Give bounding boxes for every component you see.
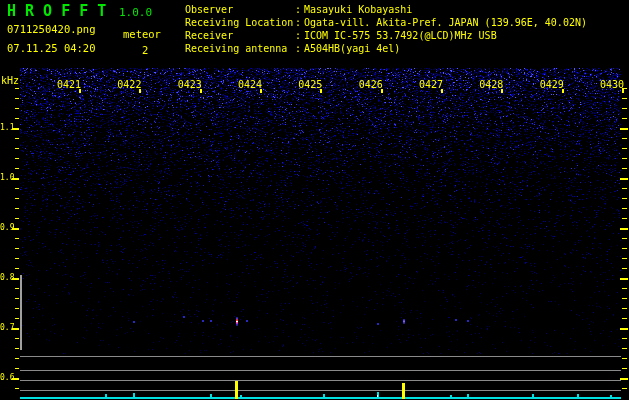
meteor-count: 2 <box>142 44 148 56</box>
info-label: Receiving antenna <box>185 42 295 55</box>
freq-label: 1.1 <box>0 123 13 132</box>
time-label: 0429 <box>540 79 564 90</box>
time-label: 0424 <box>238 79 262 90</box>
spectrogram-canvas <box>0 0 629 400</box>
hrofft-output: H R O F F T 1.0.0 0711250420.png meteor … <box>0 0 629 400</box>
info-value: ICOM IC-575 53.7492(@LCD)MHz USB <box>304 29 497 42</box>
freq-label: 0.8 <box>0 273 13 282</box>
info-value: A504HB(yagi 4el) <box>304 42 400 55</box>
freq-label: 0.9 <box>0 223 13 232</box>
observer-info: Observer:Masayuki KobayashiReceiving Loc… <box>185 3 587 55</box>
freq-label: 1.0 <box>0 173 13 182</box>
time-label: 0423 <box>178 79 202 90</box>
info-colon: : <box>295 42 304 55</box>
time-label: 0427 <box>419 79 443 90</box>
time-label: 0430 <box>600 79 624 90</box>
freq-label: 0.7 <box>0 323 13 332</box>
time-label: 0426 <box>359 79 383 90</box>
info-row: Receiving antenna:A504HB(yagi 4el) <box>185 42 587 55</box>
info-colon: : <box>295 29 304 42</box>
filename: 0711250420.png <box>7 23 96 35</box>
info-row: Receiver:ICOM IC-575 53.7492(@LCD)MHz US… <box>185 29 587 42</box>
time-label: 0421 <box>57 79 81 90</box>
time-label: 0428 <box>479 79 503 90</box>
info-row: Observer:Masayuki Kobayashi <box>185 3 587 16</box>
freq-axis-unit: kHz <box>1 75 19 86</box>
app-title: H R O F F T <box>7 2 106 20</box>
info-colon: : <box>295 16 304 29</box>
datetime: 07.11.25 04:20 <box>7 42 96 54</box>
info-label: Observer <box>185 3 295 16</box>
freq-label: 0.6 <box>0 373 13 382</box>
info-value: Masayuki Kobayashi <box>304 3 412 16</box>
info-colon: : <box>295 3 304 16</box>
time-label: 0425 <box>298 79 322 90</box>
info-row: Receiving Location:Ogata-vill. Akita-Pre… <box>185 16 587 29</box>
info-value: Ogata-vill. Akita-Pref. JAPAN (139.96E, … <box>304 16 587 29</box>
app-version: 1.0.0 <box>119 6 152 19</box>
info-label: Receiver <box>185 29 295 42</box>
mode-label: meteor <box>123 28 161 40</box>
time-label: 0422 <box>117 79 141 90</box>
info-label: Receiving Location <box>185 16 295 29</box>
